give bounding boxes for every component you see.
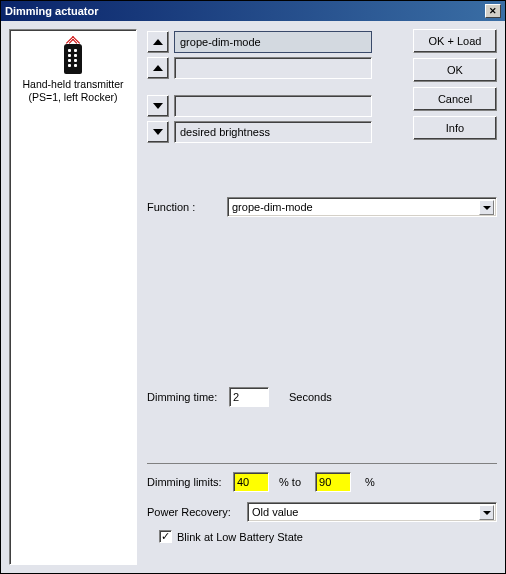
ok-load-button[interactable]: OK + Load [413,29,497,53]
blink-label: Blink at Low Battery State [177,531,303,543]
remote-transmitter-icon [63,40,83,74]
action-field-1[interactable] [174,57,372,79]
power-recovery-select[interactable]: Old value [247,502,497,522]
dialog-window: Dimming actuator ✕ [0,0,506,574]
function-select[interactable]: grope-dim-mode [227,197,497,217]
chevron-up-icon [153,65,163,71]
chevron-down-icon [153,103,163,109]
power-recovery-label: Power Recovery: [147,506,247,518]
action-down-1-button[interactable] [147,95,169,117]
check-icon: ✓ [161,531,170,542]
dimming-time-unit: Seconds [289,391,332,403]
dimming-min-input[interactable]: 40 [233,472,269,492]
pct-label: % [365,476,375,488]
dimming-time-input[interactable]: 2 [229,387,269,407]
separator [147,463,497,464]
content-area: Hand-held transmitter (PS=1, left Rocker… [1,21,505,573]
chevron-down-icon [153,129,163,135]
action-field-2[interactable] [174,95,372,117]
dimming-time-label: Dimming time: [147,391,227,403]
ok-button[interactable]: OK [413,58,497,82]
action-down-2-button[interactable] [147,121,169,143]
chevron-down-icon [483,206,491,210]
function-value: grope-dim-mode [232,201,313,213]
action-up-1-button[interactable] [147,31,169,53]
action-list: grope-dim-mode desired brightness [147,31,372,147]
dropdown-button[interactable] [479,200,494,215]
device-label-line2: (PS=1, left Rocker) [10,91,136,104]
dimming-limits-label: Dimming limits: [147,476,233,488]
cancel-button[interactable]: Cancel [413,87,497,111]
dropdown-button[interactable] [479,505,494,520]
function-label: Function : [147,201,227,213]
action-up-2-button[interactable] [147,57,169,79]
titlebar: Dimming actuator ✕ [1,1,505,21]
power-recovery-value: Old value [252,506,298,518]
window-title: Dimming actuator [5,1,99,21]
settings-form: Function : grope-dim-mode Dimming time: … [147,197,497,565]
close-icon: ✕ [489,1,497,21]
blink-checkbox[interactable]: ✓ [159,530,172,543]
device-label-line1: Hand-held transmitter [10,78,136,91]
dimming-max-input[interactable]: 90 [315,472,351,492]
pct-to-label: % to [279,476,301,488]
device-panel: Hand-held transmitter (PS=1, left Rocker… [9,29,137,565]
chevron-down-icon [483,511,491,515]
close-button[interactable]: ✕ [485,4,501,18]
form-area: OK + Load OK Cancel Info grope-dim-mode [147,29,497,565]
action-field-3[interactable]: desired brightness [174,121,372,143]
action-field-0[interactable]: grope-dim-mode [174,31,372,53]
chevron-up-icon [153,39,163,45]
dialog-buttons: OK + Load OK Cancel Info [413,29,497,140]
info-button[interactable]: Info [413,116,497,140]
